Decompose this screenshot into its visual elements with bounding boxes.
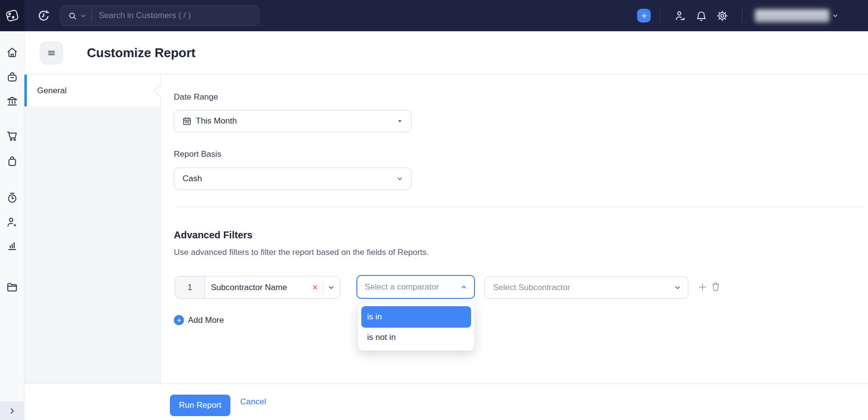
collapse-menu-button[interactable] xyxy=(40,42,63,64)
items-bag-icon xyxy=(6,71,19,84)
run-report-button[interactable]: Run Report xyxy=(170,395,230,416)
books-logo[interactable] xyxy=(0,0,24,31)
chevron-down-icon xyxy=(396,175,404,183)
tab-general[interactable]: General xyxy=(24,75,160,106)
sidebar-item-reports[interactable] xyxy=(6,239,19,252)
tab-general-label: General xyxy=(37,86,66,96)
chevron-right-icon xyxy=(8,407,16,415)
report-basis-label: Report Basis xyxy=(174,149,221,159)
quick-create-button[interactable] xyxy=(637,9,651,22)
chevron-down-icon[interactable] xyxy=(327,283,335,292)
date-range-label: Date Range xyxy=(174,92,218,102)
sidebar-item-sales[interactable] xyxy=(6,129,19,142)
customize-tabs-panel: General xyxy=(24,74,161,383)
subcontractor-select[interactable]: Select Subcontractor xyxy=(484,276,688,299)
filter-field-value: Subcontractor Name xyxy=(211,283,308,293)
advanced-filters-title: Advanced Filters xyxy=(174,230,252,241)
sidebar-item-banking[interactable] xyxy=(6,95,19,107)
clear-field-icon[interactable] xyxy=(311,284,319,291)
sidebar-item-home[interactable] xyxy=(6,46,19,59)
topbar-divider-2 xyxy=(742,8,743,23)
report-basis-value: Cash xyxy=(183,174,396,184)
comparator-dropdown-menu: is in is not in xyxy=(358,303,475,351)
filter-row-index: 1 xyxy=(175,276,205,298)
left-icon-rail xyxy=(0,31,24,420)
referral-users-icon[interactable] xyxy=(674,10,686,22)
date-range-value: This Month xyxy=(196,116,396,126)
hamburger-icon xyxy=(46,48,57,58)
folder-icon xyxy=(6,281,19,294)
add-filter-row-icon[interactable] xyxy=(697,282,708,293)
delete-filter-row-icon[interactable] xyxy=(710,281,721,292)
sidebar-item-items[interactable] xyxy=(6,71,19,84)
cart-icon xyxy=(6,129,19,142)
report-basis-select[interactable]: Cash xyxy=(174,168,412,190)
org-name-redacted[interactable] xyxy=(755,9,829,22)
cancel-link[interactable]: Cancel xyxy=(240,397,266,407)
add-more-label: Add More xyxy=(188,315,224,325)
option-label: is not in xyxy=(367,333,396,342)
time-clock-icon xyxy=(6,191,19,204)
sidebar-expand-button[interactable] xyxy=(0,401,24,420)
comparator-option-is-not-in[interactable]: is not in xyxy=(361,328,471,347)
notifications-bell-icon[interactable] xyxy=(695,10,707,22)
sidebar-item-time[interactable] xyxy=(6,191,19,204)
page-footer: Run Report Cancel xyxy=(24,383,868,420)
topbar-divider xyxy=(660,8,661,23)
bar-chart-icon xyxy=(6,239,19,252)
add-more-button[interactable]: Add More xyxy=(174,315,224,325)
page-title: Customize Report xyxy=(87,45,195,60)
date-range-select[interactable]: This Month xyxy=(174,110,412,132)
plus-circle-icon xyxy=(174,315,184,325)
section-divider xyxy=(174,207,864,207)
comparator-option-is-in[interactable]: is in xyxy=(361,306,471,328)
search-scope-chevron-icon[interactable] xyxy=(80,13,86,19)
comparator-select[interactable]: Select a comparator xyxy=(356,275,475,299)
search-icon xyxy=(67,11,78,21)
plus-icon xyxy=(641,12,648,20)
calendar-icon xyxy=(182,116,192,126)
dropdown-triangle-icon xyxy=(396,117,404,125)
search-input[interactable] xyxy=(98,10,252,21)
sidebar-item-purchases[interactable] xyxy=(6,155,19,168)
page-header: Customize Report xyxy=(24,31,868,74)
app-window: Customize Report General Date Range This… xyxy=(0,0,868,420)
global-search-box[interactable] xyxy=(60,5,259,26)
chevron-down-icon xyxy=(674,284,682,292)
filter-field-select[interactable]: 1 Subcontractor Name xyxy=(175,276,340,299)
person-star-icon xyxy=(6,216,19,229)
books-logo-icon xyxy=(3,6,21,25)
subcontractor-placeholder: Select Subcontractor xyxy=(493,283,674,293)
settings-gear-icon[interactable] xyxy=(716,10,728,22)
advanced-filters-description: Use advanced filters to filter the repor… xyxy=(174,248,429,257)
field-select-divider xyxy=(323,281,323,294)
recent-history-icon[interactable] xyxy=(37,9,50,22)
org-chevron-down-icon[interactable] xyxy=(832,12,839,19)
comparator-placeholder: Select a comparator xyxy=(365,282,460,292)
search-divider xyxy=(91,10,92,22)
shopping-bag-icon xyxy=(6,155,19,168)
home-icon xyxy=(6,46,19,59)
option-label: is in xyxy=(367,312,382,322)
bank-icon xyxy=(6,95,19,107)
sidebar-item-accountant[interactable] xyxy=(6,216,19,229)
sidebar-item-documents[interactable] xyxy=(6,281,19,294)
top-navigation-bar xyxy=(0,0,868,31)
chevron-up-icon xyxy=(460,283,468,291)
